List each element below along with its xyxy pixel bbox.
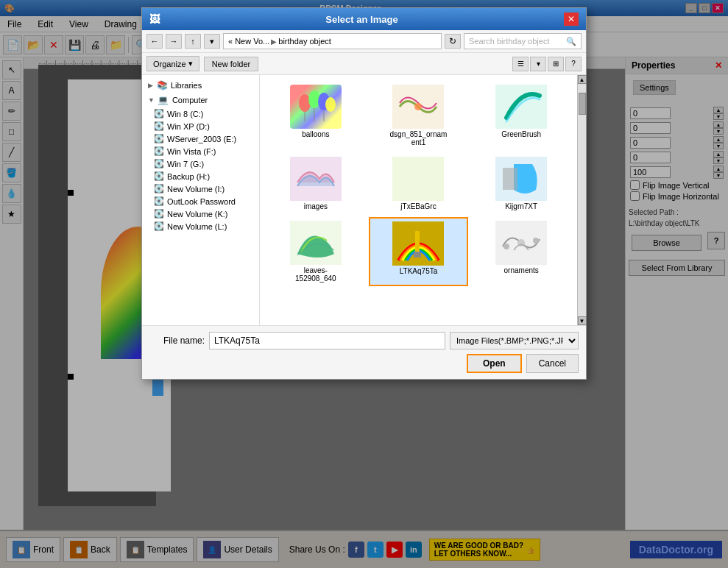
new-folder-button[interactable]: New folder: [204, 57, 259, 71]
outlook-icon: 💽: [154, 196, 164, 206]
path-arrow: ▶: [271, 38, 277, 46]
view-buttons: ☰ ▾ ⊞ ?: [512, 57, 582, 71]
nav-outlook[interactable]: 💽 OutLook Password: [142, 195, 259, 207]
file-item-ornament[interactable]: dsgn_851_ornament1: [369, 81, 469, 150]
dialog-body: ▶ 📚 Libraries ▼ 💻 Computer 💽 Win 8 (C:): [142, 75, 586, 325]
view-help-btn[interactable]: ?: [565, 57, 582, 71]
file-dialog: 🖼 Select an Image ✕ ← → ↑ ▾ « New Vo... …: [141, 7, 587, 380]
filename-row: File name: Image Files(*.BMP;*.PNG;*.JPG…: [149, 332, 579, 349]
file-name-kijgrn: Kijgrn7XT: [505, 202, 537, 210]
dialog-close-btn[interactable]: ✕: [564, 13, 579, 26]
file-item-greenbrush[interactable]: GreenBrush: [471, 81, 571, 150]
svg-point-18: [533, 238, 539, 244]
app-window: 🎨 BPCM Designer _ □ ✕ File Edit View Dra…: [0, 0, 728, 568]
svg-point-7: [414, 103, 422, 110]
nav-drive-h[interactable]: 💽 Backup (H:): [142, 170, 259, 182]
view-dropdown-btn[interactable]: ▾: [530, 57, 546, 71]
dialog-bottom: File name: Image Files(*.BMP;*.PNG;*.JPG…: [142, 325, 586, 379]
dialog-actions: Open Cancel: [149, 354, 579, 373]
file-name-ornament: dsgn_851_ornament1: [389, 130, 448, 146]
drive-e-icon: 💽: [154, 134, 164, 143]
thumb-balloons: [290, 85, 342, 129]
drive-g-icon: 💽: [154, 159, 164, 168]
organize-button[interactable]: Organize ▾: [146, 56, 199, 71]
file-grid-scrollbar[interactable]: ▲ ▼: [577, 75, 586, 325]
view-list-btn[interactable]: ☰: [512, 57, 529, 71]
nav-drive-c[interactable]: 💽 Win 8 (C:): [142, 107, 259, 120]
svg-rect-15: [414, 252, 421, 258]
computer-expander: ▼: [148, 96, 155, 104]
thumb-greenbrush: [495, 85, 547, 129]
forward-btn[interactable]: →: [166, 34, 182, 49]
scroll-down-btn[interactable]: ▼: [578, 316, 587, 325]
up-btn[interactable]: ↑: [185, 34, 201, 49]
dialog-title-text: Select an Image: [325, 14, 397, 25]
address-path[interactable]: « New Vo... ▶ birthday object: [223, 33, 442, 49]
file-item-jtxebagrc[interactable]: jTxEBaGrc: [369, 153, 469, 214]
svg-rect-14: [415, 231, 420, 253]
drive-f-icon: 💽: [154, 146, 164, 156]
libraries-expander: ▶: [148, 82, 153, 89]
search-icon: 🔍: [566, 37, 576, 46]
drive-g-label: Win 7 (G:): [167, 160, 204, 168]
drive-l-label: New Volume (L:): [167, 222, 227, 231]
libraries-label: Libraries: [171, 81, 202, 90]
thumb-leaves: [290, 221, 342, 265]
nav-libraries[interactable]: ▶ 📚 Libraries: [142, 78, 259, 93]
file-item-ltka[interactable]: LTKAq75Ta: [369, 217, 469, 286]
nav-drive-k[interactable]: 💽 New Volume (K:): [142, 207, 259, 220]
file-item-leaves[interactable]: leaves-152908_640: [266, 217, 366, 286]
back-btn[interactable]: ←: [146, 34, 163, 49]
thumb-ltka: [392, 221, 444, 266]
scroll-up-btn[interactable]: ▲: [578, 75, 587, 84]
computer-icon: 💻: [158, 94, 169, 106]
svg-rect-12: [503, 168, 517, 190]
filename-input[interactable]: [209, 332, 445, 349]
drive-k-label: New Volume (K:): [167, 210, 228, 219]
drive-c-icon: 💽: [154, 109, 164, 118]
file-item-images[interactable]: images: [266, 153, 366, 214]
file-name-leaves: leaves-152908_640: [286, 266, 345, 283]
libraries-icon: 📚: [156, 79, 168, 91]
drive-e-label: WServer_2003 (E:): [167, 135, 236, 143]
search-input-container: Search birthday object 🔍: [464, 33, 582, 49]
outlook-label: OutLook Password: [167, 197, 236, 206]
dialog-overlay: 🖼 Select an Image ✕ ← → ↑ ▾ « New Vo... …: [0, 0, 728, 568]
scroll-thumb[interactable]: [579, 93, 586, 115]
thumb-jtxebagrc: [392, 157, 444, 201]
refresh-btn[interactable]: ↻: [445, 34, 461, 49]
file-item-balloons[interactable]: balloons: [266, 81, 366, 150]
nav-drive-i[interactable]: 💽 New Volume (I:): [142, 182, 259, 195]
file-item-ornaments[interactable]: ornaments: [471, 217, 571, 286]
nav-drive-f[interactable]: 💽 Win Vista (F:): [142, 145, 259, 157]
thumb-kijgrn: [495, 157, 547, 201]
nav-drive-e[interactable]: 💽 WServer_2003 (E:): [142, 132, 259, 145]
drive-i-icon: 💽: [154, 184, 164, 194]
drive-h-icon: 💽: [154, 171, 164, 181]
file-grid: balloons dsgn_851_ornament1: [260, 75, 577, 325]
dialog-toolbar: Organize ▾ New folder ☰ ▾ ⊞ ?: [142, 53, 586, 75]
dialog-title-bar: 🖼 Select an Image ✕: [142, 8, 586, 30]
svg-point-3: [325, 97, 336, 112]
file-name-images: images: [304, 202, 328, 210]
open-button[interactable]: Open: [467, 354, 522, 373]
nav-drive-l[interactable]: 💽 New Volume (L:): [142, 220, 259, 232]
nav-drive-g[interactable]: 💽 Win 7 (G:): [142, 157, 259, 170]
file-item-kijgrn[interactable]: Kijgrn7XT: [471, 153, 571, 214]
file-name-greenbrush: GreenBrush: [501, 130, 541, 138]
thumb-ornaments: [495, 221, 547, 265]
dropdown-btn[interactable]: ▾: [204, 34, 220, 49]
nav-drive-d[interactable]: 💽 Win XP (D:): [142, 120, 259, 132]
filetype-select[interactable]: Image Files(*.BMP;*.PNG;*.JPG;: [450, 332, 579, 349]
drive-d-label: Win XP (D:): [167, 122, 210, 131]
organize-dropdown-icon: ▾: [188, 59, 193, 68]
search-placeholder-text: Search birthday object: [469, 37, 549, 46]
cancel-button[interactable]: Cancel: [526, 354, 579, 373]
filename-label: File name:: [149, 336, 205, 346]
view-grid-btn[interactable]: ⊞: [548, 57, 564, 71]
computer-label: Computer: [172, 96, 208, 104]
drive-h-label: Backup (H:): [167, 172, 210, 181]
path-parts: « New Vo... ▶ birthday object: [228, 37, 331, 46]
nav-computer[interactable]: ▼ 💻 Computer: [142, 93, 259, 107]
drive-l-icon: 💽: [154, 221, 164, 231]
